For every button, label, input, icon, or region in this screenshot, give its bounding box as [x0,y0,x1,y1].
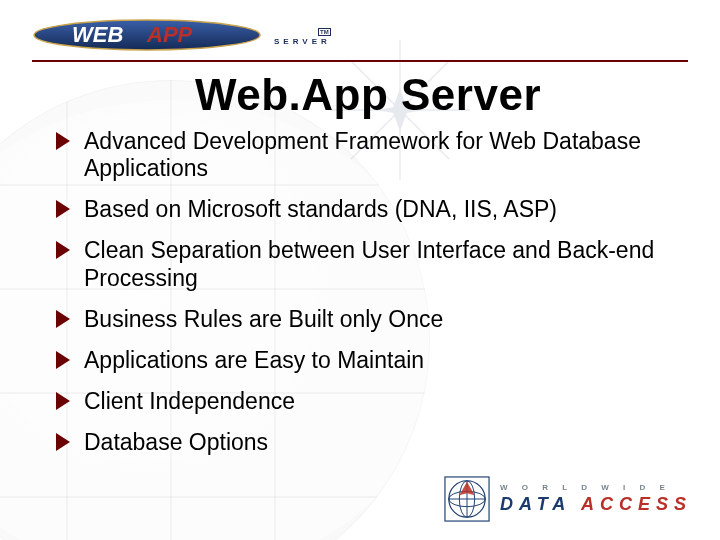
data-access-text: W O R L D W I D E DATA ACCESS [500,483,692,515]
footer-worldwide: W O R L D W I D E [500,483,692,492]
bullet-text: Applications are Easy to Maintain [84,347,424,373]
logo-server-tag: TM SERVER [274,28,331,46]
bullet-text: Database Options [84,429,268,455]
logo-tm: TM [318,28,331,36]
slide-title: Web.App Server [56,70,680,120]
data-access-logo: W O R L D W I D E DATA ACCESS [444,476,692,522]
bullet-item: Client Independence [56,388,680,415]
slide-content: Web.App Server Advanced Development Fram… [0,62,720,456]
bullet-arrow-icon [56,241,70,259]
footer-data-access: DATA ACCESS [500,494,692,515]
bullet-text: Advanced Development Framework for Web D… [84,128,641,181]
svg-marker-12 [459,482,474,495]
bullet-item: Advanced Development Framework for Web D… [56,128,680,182]
bullet-item: Business Rules are Built only Once [56,306,680,333]
bullet-text: Business Rules are Built only Once [84,306,443,332]
bullet-text: Client Independence [84,388,295,414]
bullet-arrow-icon [56,310,70,328]
webapp-server-logo: WEB APP TM SERVER [32,18,688,52]
bullet-item: Based on Microsoft standards (DNA, IIS, … [56,196,680,223]
bullet-text: Based on Microsoft standards (DNA, IIS, … [84,196,557,222]
data-access-globe-icon [444,476,490,522]
slide-header: WEB APP TM SERVER [0,0,720,62]
bullet-text: Clean Separation between User Interface … [84,237,654,290]
bullet-list: Advanced Development Framework for Web D… [56,128,680,456]
logo-web-text: WEB [72,22,123,47]
bullet-item: Applications are Easy to Maintain [56,347,680,374]
bullet-item: Database Options [56,429,680,456]
bullet-arrow-icon [56,200,70,218]
logo-app-text: APP [146,22,193,47]
bullet-arrow-icon [56,392,70,410]
bullet-arrow-icon [56,433,70,451]
bullet-item: Clean Separation between User Interface … [56,237,680,291]
logo-server-label: SERVER [274,38,331,46]
bullet-arrow-icon [56,351,70,369]
webapp-logo-mark: WEB APP [32,18,262,52]
bullet-arrow-icon [56,132,70,150]
